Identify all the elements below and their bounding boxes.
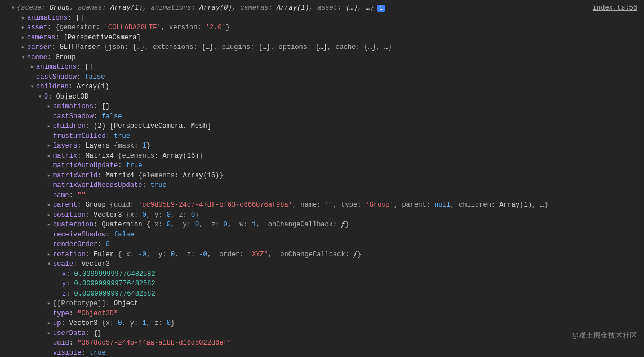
prop[interactable]: ▸matrix: Matrix4 {elements: Array(16)} [5, 151, 639, 162]
prop[interactable]: ▸parser: GLTFParser {json: {…}, extensio… [5, 43, 639, 53]
expand-icon[interactable]: ▾ [29, 82, 35, 92]
collapse-icon[interactable]: ▸ [46, 220, 52, 230]
prop[interactable]: ▸matrixWorld: Matrix4 {elements: Array(1… [5, 171, 639, 181]
expand-icon[interactable]: ▾ [37, 92, 43, 102]
prop[interactable]: ▸[[Prototype]]: Object [5, 299, 639, 309]
collapse-icon[interactable]: ▸ [20, 33, 26, 43]
prop[interactable]: y: 0.009999999776482582 [5, 279, 639, 289]
prop[interactable]: ▸children: (2) [PerspectiveCamera, Mesh] [5, 122, 639, 132]
prop[interactable]: ▾children: Array(1) [5, 82, 639, 92]
collapse-icon[interactable]: ▸ [46, 200, 52, 211]
prop[interactable]: ▸layers: Layers {mask: 1} [5, 141, 639, 151]
collapse-icon[interactable]: ▸ [20, 43, 26, 53]
collapse-icon[interactable]: ▸ [46, 141, 52, 151]
collapse-icon[interactable]: ▸ [20, 23, 26, 33]
prop[interactable]: ▾scene: Group [5, 53, 639, 63]
prop[interactable]: ▸cameras: [PerspectiveCamera] [5, 33, 639, 43]
prop[interactable]: ▸animations: [] [5, 14, 639, 24]
prop[interactable]: name: "" [5, 191, 639, 201]
prop[interactable]: ▸up: Vector3 {x: 0, y: 1, z: 0} [5, 319, 639, 329]
expand-icon[interactable]: ▾ [10, 3, 16, 14]
prop[interactable]: ▸asset: {generator: 'COLLADA2GLTF', vers… [5, 23, 639, 33]
prop[interactable]: ▾0: Object3D [5, 92, 639, 102]
prop[interactable]: frustumCulled: true [5, 132, 639, 142]
collapse-icon[interactable]: ▸ [46, 250, 52, 260]
source-link[interactable]: index.ts:56 [593, 3, 637, 14]
collapse-icon[interactable]: ▸ [46, 319, 52, 329]
prop[interactable]: ▸quaternion: Quaternion {_x: 0, _y: 0, _… [5, 220, 639, 230]
prop[interactable]: ▸animations: [] [5, 102, 639, 112]
prop[interactable]: matrixWorldNeedsUpdate: true [5, 181, 639, 191]
info-icon[interactable]: i [377, 5, 385, 12]
top-summary[interactable]: ▾{scene: Group, scenes: Array(1), animat… [5, 3, 639, 14]
collapse-icon[interactable]: ▸ [20, 14, 26, 24]
prop[interactable]: ▸animations: [] [5, 63, 639, 73]
collapse-icon[interactable]: ▸ [46, 102, 52, 112]
collapse-icon[interactable]: ▸ [46, 122, 52, 132]
prop[interactable]: ▸parent: Group {uuid: 'cc9d05b9-24c7-47d… [5, 200, 639, 211]
prop[interactable]: castShadow: false [5, 73, 639, 83]
prop[interactable]: castShadow: false [5, 112, 639, 122]
prop[interactable]: ▸position: Vector3 {x: 0, y: 0, z: 0} [5, 211, 639, 221]
prop[interactable]: receiveShadow: false [5, 230, 639, 240]
prop[interactable]: ▾scale: Vector3 [5, 260, 639, 270]
prop[interactable]: z: 0.009999999776482582 [5, 289, 639, 300]
collapse-icon[interactable]: ▸ [46, 299, 52, 309]
console-tree: ▾{scene: Group, scenes: Array(1), animat… [0, 0, 644, 357]
collapse-icon[interactable]: ▸ [46, 329, 52, 339]
prop[interactable]: type: "Object3D" [5, 309, 639, 319]
collapse-icon[interactable]: ▸ [46, 151, 52, 162]
prop[interactable]: uuid: "3678cc57-244b-44aa-a1bb-d16d5022d… [5, 338, 639, 349]
expand-icon[interactable]: ▾ [20, 53, 26, 63]
prop[interactable]: matrixAutoUpdate: true [5, 161, 639, 171]
expand-icon[interactable]: ▾ [46, 260, 52, 270]
prop[interactable]: visible: true [5, 349, 639, 358]
collapse-icon[interactable]: ▸ [29, 63, 35, 73]
prop[interactable]: ▸rotation: Euler {_x: -0, _y: 0, _z: -0,… [5, 250, 639, 260]
prop[interactable]: ▸userData: {} [5, 329, 639, 339]
collapse-icon[interactable]: ▸ [46, 211, 52, 221]
prop[interactable]: x: 0.009999999776482582 [5, 270, 639, 280]
prop[interactable]: renderOrder: 0 [5, 240, 639, 250]
collapse-icon[interactable]: ▸ [46, 171, 52, 181]
watermark: @稀土掘金技术社区 [571, 331, 637, 341]
